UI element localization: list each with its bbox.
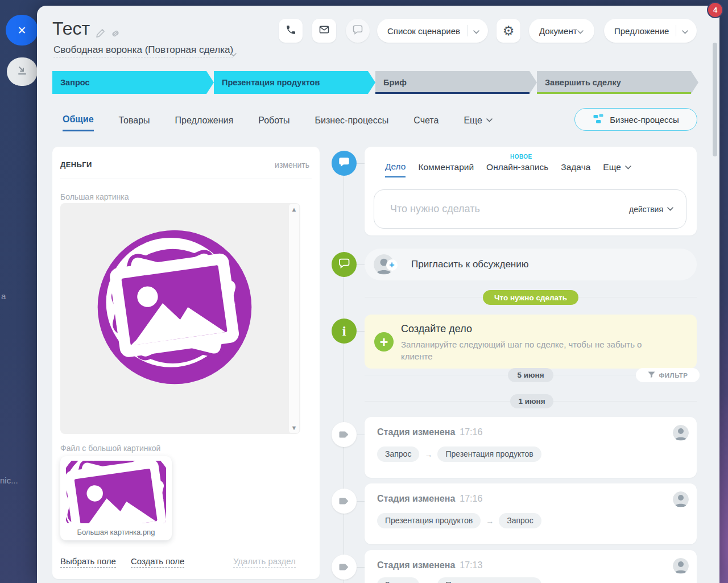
- todo-input-box: действия: [374, 189, 686, 229]
- stage-close-deal[interactable]: Завершить сделку: [537, 71, 698, 94]
- business-processes-button[interactable]: Бизнес-процессы: [574, 108, 697, 131]
- tab-kommentariy[interactable]: Комментарий: [418, 162, 474, 177]
- stage-presentation[interactable]: Презентация продуктов: [214, 71, 375, 94]
- entry-time: 17:16: [460, 427, 482, 437]
- background-text: a: [1, 291, 6, 301]
- stage-tag-icon: [339, 496, 349, 506]
- divider: [676, 25, 676, 36]
- create-activity-hint-card: + Создайте дело Запланируйте следующий ш…: [365, 315, 697, 369]
- proposal-label: Предложение: [614, 26, 669, 36]
- create-field-link[interactable]: Создать поле: [131, 556, 184, 568]
- copy-link-icon[interactable]: [110, 28, 121, 41]
- tab-roboty[interactable]: Роботы: [258, 114, 289, 131]
- document-button[interactable]: Документ: [529, 19, 594, 43]
- chat-bubble-icon: [338, 156, 350, 171]
- minimize-icon: [16, 65, 28, 78]
- stage-from-chip: Запрос: [377, 446, 419, 462]
- chat-feedback-icon: [352, 24, 363, 38]
- timeline-entry[interactable]: Стадия изменена17:13 Запрос → Презентаци…: [365, 550, 697, 583]
- stage-label: Завершить сделку: [545, 78, 621, 87]
- tab-esche-timeline[interactable]: Еще: [603, 162, 631, 177]
- notification-badge[interactable]: 4: [707, 2, 723, 18]
- stage-underline: [375, 92, 530, 94]
- deal-tabs: Общие Товары Предложения Роботы Бизнес-п…: [63, 114, 493, 131]
- tab-onlain-zapis[interactable]: НОВОЕ Онлайн-запись: [486, 162, 548, 177]
- entry-title: Стадия изменена: [377, 494, 455, 503]
- add-participant-icon[interactable]: +: [386, 259, 398, 271]
- actions-dropdown[interactable]: действия: [629, 205, 673, 214]
- entry-time: 17:13: [460, 560, 482, 570]
- stage-brief[interactable]: Бриф: [375, 71, 537, 94]
- arrow-right-icon: →: [424, 450, 432, 459]
- date-chip: 1 июня: [510, 394, 553, 408]
- close-icon: ✕: [18, 24, 27, 37]
- connector: [357, 163, 365, 164]
- arrow-right-icon: →: [486, 516, 494, 526]
- tab-zadacha[interactable]: Задача: [561, 162, 590, 177]
- tab-tovary[interactable]: Товары: [119, 114, 150, 131]
- tab-delo[interactable]: Дело: [385, 162, 406, 177]
- stage-label: Запрос: [60, 78, 90, 87]
- stage-from-chip: Запрос: [377, 577, 419, 583]
- divider: [467, 25, 468, 36]
- stage-change-marker: [332, 422, 357, 447]
- timeline-entry[interactable]: Стадия изменена17:16 Запрос → Презентаци…: [365, 417, 697, 478]
- panel-scrollbar[interactable]: [713, 43, 717, 156]
- timeline-line: [344, 163, 344, 583]
- money-section-card: ДЕНЬГИ изменить Большая картинка ▲ ▼ Фай…: [52, 147, 320, 579]
- funnel-selector[interactable]: Свободная воронка (Повторная сделка): [53, 44, 233, 57]
- timeline-entry[interactable]: Стадия изменена17:16 Презентация продукт…: [365, 483, 697, 544]
- tab-esche[interactable]: Еще: [464, 114, 493, 131]
- email-button[interactable]: [312, 19, 336, 43]
- file-thumbnail-image: [66, 461, 166, 523]
- add-activity-button[interactable]: +: [374, 332, 394, 352]
- tab-biznes-processy[interactable]: Бизнес-процессы: [315, 114, 389, 131]
- invite-to-discussion[interactable]: Пригласить к обсуждению: [365, 249, 697, 280]
- proposal-button[interactable]: Предложение: [604, 19, 697, 43]
- phone-icon: [286, 24, 296, 38]
- todo-input[interactable]: [389, 202, 629, 216]
- select-field-link[interactable]: Выбрать поле: [60, 556, 116, 568]
- scroll-down-icon[interactable]: ▼: [289, 424, 299, 431]
- tab-predlozheniya[interactable]: Предложения: [175, 114, 234, 131]
- stage-zapros[interactable]: Запрос: [52, 71, 214, 94]
- avatar: [673, 425, 689, 441]
- connector: [357, 501, 365, 502]
- screen: a nic... ✕ Тест Свободная в: [0, 0, 728, 583]
- big-image-preview[interactable]: ▲ ▼: [60, 203, 300, 434]
- settings-button[interactable]: ⚙: [497, 19, 520, 43]
- chevron-down-icon: [625, 166, 631, 169]
- tab-scheta[interactable]: Счета: [413, 114, 439, 131]
- minimize-slider-button[interactable]: [7, 57, 38, 86]
- discussion-marker: [332, 252, 357, 277]
- edit-section-link[interactable]: изменить: [275, 160, 309, 169]
- edit-title-icon[interactable]: [96, 28, 105, 41]
- stage-to-chip: Презентация продуктов: [437, 446, 541, 462]
- call-button[interactable]: [279, 19, 303, 43]
- flowchart-icon: [593, 113, 604, 126]
- activity-composer-card: Дело Комментарий НОВОЕ Онлайн-запись Зад…: [365, 147, 697, 235]
- close-slider-button[interactable]: ✕: [6, 15, 38, 46]
- todo-banner: Что нужно сделать: [483, 290, 578, 305]
- arrow-right-icon: →: [424, 581, 432, 583]
- file-thumbnail-card[interactable]: Большая картинка.png: [60, 456, 172, 540]
- stage-label: Презентация продуктов: [222, 78, 320, 87]
- entry-time: 17:16: [460, 494, 482, 503]
- actions-label: действия: [629, 205, 663, 214]
- feedback-button[interactable]: [346, 19, 370, 43]
- stage-change-marker: [332, 489, 357, 514]
- scenario-list-label: Список сценариев: [387, 26, 460, 36]
- chevron-down-icon: [667, 207, 673, 211]
- stage-underline: [537, 92, 691, 94]
- connector: [357, 264, 365, 265]
- scenario-list-button[interactable]: Список сценариев: [377, 19, 488, 43]
- stage-label: Бриф: [383, 78, 407, 87]
- delete-section-link[interactable]: Удалить раздел: [233, 556, 296, 568]
- filter-label: ФИЛЬТР: [659, 372, 688, 379]
- hint-text: Запланируйте следующий шаг по сделке, чт…: [401, 338, 668, 362]
- tab-obschie[interactable]: Общие: [63, 114, 94, 131]
- image-scrollbar[interactable]: ▲ ▼: [289, 204, 299, 433]
- scroll-up-icon[interactable]: ▲: [289, 206, 299, 213]
- stage-from-chip: Презентация продуктов: [377, 513, 481, 528]
- filter-button[interactable]: ФИЛЬТР: [636, 368, 700, 382]
